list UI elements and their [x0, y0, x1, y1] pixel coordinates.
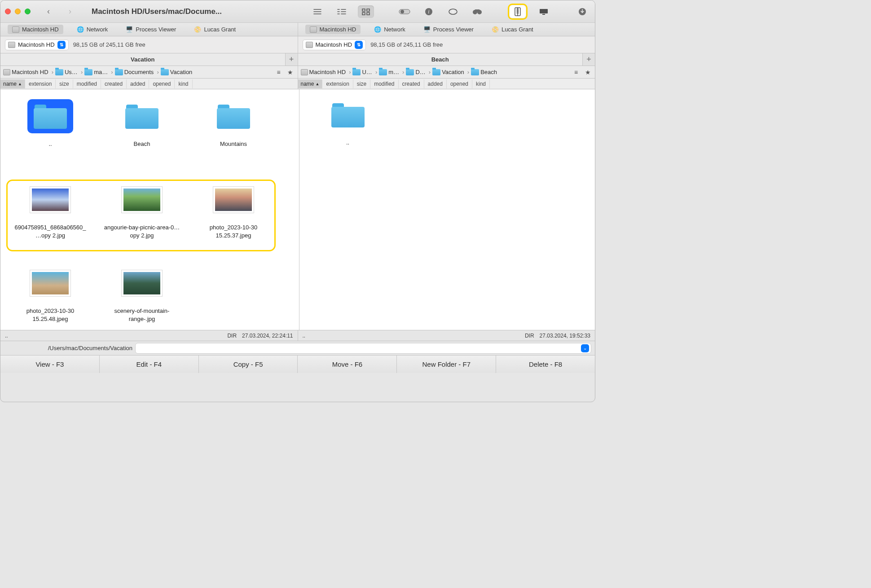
shortcut-label: Lucas Grant [501, 26, 533, 33]
shortcut-network[interactable]: 🌐Network [370, 25, 410, 34]
sort-asc-icon: ▲ [18, 82, 22, 86]
pane-right[interactable]: .. [299, 89, 595, 330]
svg-rect-0 [362, 9, 365, 11]
add-tab-right[interactable]: + [582, 53, 595, 66]
status-right-dots: .. [303, 333, 306, 339]
favorite-left[interactable]: ★ [286, 68, 295, 76]
breadcrumb-segment[interactable]: Macintosh HD› [3, 69, 55, 75]
svg-rect-14 [540, 9, 548, 13]
fkey-delete-f8[interactable]: Delete - F8 [496, 355, 595, 373]
breadcrumb-segment[interactable]: Macintosh HD› [301, 69, 353, 75]
list-toggle-left[interactable]: ≡ [274, 68, 283, 76]
download-icon[interactable] [574, 5, 590, 18]
breadcrumb-segment[interactable]: D…› [406, 69, 432, 75]
breadcrumb-segment[interactable]: Beach [471, 69, 497, 75]
file-item[interactable]: angourie-bay-picnic-area-0…opy 2.jpg [101, 180, 182, 255]
breadcrumb-label: ma… [94, 69, 108, 75]
file-item[interactable]: photo_2023-10-30 15.25.48.jpeg [10, 263, 91, 330]
add-tab-left[interactable]: + [285, 53, 298, 66]
breadcrumb-segment[interactable]: U…› [352, 69, 379, 75]
shortcut-process-viewer[interactable]: 🖥️Process Viewer [121, 25, 180, 34]
drive-selector-left[interactable]: Macintosh HD ⇅ [5, 39, 69, 50]
column-created[interactable]: created [399, 79, 424, 88]
command-dropdown-icon[interactable]: ⌄ [581, 344, 589, 352]
column-added[interactable]: added [424, 79, 447, 88]
view-icons-icon[interactable] [358, 5, 374, 18]
column-size[interactable]: size [56, 79, 73, 88]
command-input[interactable]: ⌄ [135, 343, 591, 354]
minimize-window-button[interactable] [15, 9, 21, 14]
shortcut-macintosh-hd[interactable]: Macintosh HD [305, 25, 361, 34]
breadcrumb-label: Vacation [170, 69, 193, 75]
shortcut-lucas-grant[interactable]: 📀Lucas Grant [487, 25, 538, 34]
forward-button[interactable]: › [65, 7, 75, 16]
file-item[interactable]: photo_2023-10-30 15.25.37.jpeg [193, 180, 274, 255]
chevron-right-icon: › [157, 69, 158, 75]
close-window-button[interactable] [5, 9, 11, 14]
shortcut-process-viewer[interactable]: 🖥️Process Viewer [419, 25, 478, 34]
column-name[interactable]: name ▲ [298, 79, 323, 88]
fkey-new-folder-f7[interactable]: New Folder - F7 [397, 355, 496, 373]
shortcut-macintosh-hd[interactable]: Macintosh HD [8, 25, 63, 34]
parent-folder[interactable]: .. [10, 96, 91, 171]
zoom-window-button[interactable] [25, 9, 31, 14]
shortcut-label: Macintosh HD [22, 26, 59, 33]
column-extension[interactable]: extension [25, 79, 56, 88]
fkey-view-f3[interactable]: View - F3 [0, 355, 100, 373]
folder-mountains[interactable]: Mountains [193, 96, 274, 171]
column-modified[interactable]: modified [370, 79, 398, 88]
tab-beach[interactable]: Beach [298, 53, 583, 66]
drive-name: Macintosh HD [316, 41, 352, 48]
chevron-right-icon: › [349, 69, 351, 75]
column-extension[interactable]: extension [322, 79, 353, 88]
fkey-move-f6[interactable]: Move - F6 [298, 355, 397, 373]
info-icon[interactable]: i [421, 5, 437, 18]
item-label: scenery-of-mountain-range-.jpg [104, 307, 180, 323]
file-item[interactable]: 6904758951_6868a06560_…opy 2.jpg [10, 180, 91, 255]
shortcut-network[interactable]: 🌐Network [72, 25, 113, 34]
column-opened[interactable]: opened [149, 79, 175, 88]
column-added[interactable]: added [127, 79, 149, 88]
chevron-right-icon: › [111, 69, 113, 75]
back-button[interactable]: ‹ [43, 7, 54, 16]
column-kind[interactable]: kind [175, 79, 192, 88]
view-list-icon[interactable] [309, 5, 326, 18]
item-label: Beach [134, 140, 150, 148]
list-toggle-right[interactable]: ≡ [572, 68, 581, 76]
pane-left[interactable]: ..BeachMountains6904758951_6868a06560_…o… [0, 89, 299, 330]
breadcrumb-segment[interactable]: m…› [379, 69, 406, 75]
column-name[interactable]: name ▲ [0, 79, 25, 88]
fkey-edit-f4[interactable]: Edit - F4 [100, 355, 199, 373]
svg-rect-3 [367, 13, 370, 15]
breadcrumb-segment[interactable]: Us…› [55, 69, 84, 75]
fkey-copy-f5[interactable]: Copy - F5 [199, 355, 298, 373]
shortcut-label: Network [87, 26, 108, 33]
folder-beach[interactable]: Beach [101, 96, 182, 171]
view-columns-icon[interactable] [334, 5, 350, 18]
breadcrumb-segment[interactable]: Vacation [161, 69, 193, 75]
chevron-right-icon: › [402, 69, 404, 75]
breadcrumb-segment[interactable]: Vacation› [432, 69, 471, 75]
breadcrumb-segment[interactable]: Documents› [115, 69, 161, 75]
toggle-switch-icon[interactable] [396, 5, 413, 18]
column-kind[interactable]: kind [472, 79, 490, 88]
parent-folder[interactable]: .. [308, 95, 388, 170]
shortcut-label: Process Viewer [433, 26, 474, 33]
column-size[interactable]: size [353, 79, 370, 88]
column-created[interactable]: created [101, 79, 127, 88]
tab-vacation[interactable]: Vacation [0, 53, 285, 66]
drive-selector-right[interactable]: Macintosh HD ⇅ [303, 39, 366, 50]
chevron-up-down-icon: ⇅ [355, 41, 363, 49]
binoculars-icon[interactable] [469, 5, 485, 18]
shortcut-lucas-grant[interactable]: 📀Lucas Grant [189, 25, 240, 34]
breadcrumb-label: Macintosh HD [12, 69, 48, 75]
column-modified[interactable]: modified [73, 79, 101, 88]
favorite-right[interactable]: ★ [583, 68, 592, 76]
folder-icon [27, 99, 73, 133]
archive-icon[interactable] [510, 5, 526, 18]
column-opened[interactable]: opened [447, 79, 472, 88]
quicklook-icon[interactable] [445, 5, 461, 18]
file-item[interactable]: scenery-of-mountain-range-.jpg [101, 263, 182, 330]
breadcrumb-segment[interactable]: ma…› [84, 69, 114, 75]
desktop-icon[interactable] [536, 5, 552, 18]
